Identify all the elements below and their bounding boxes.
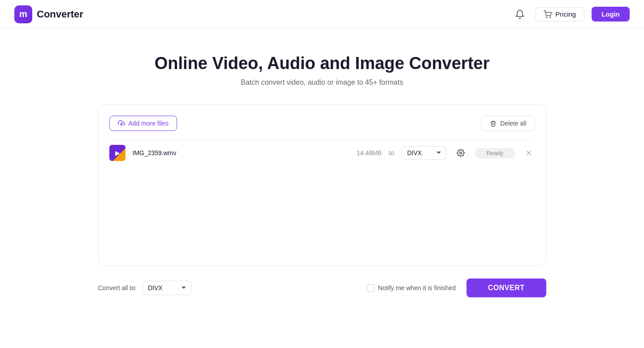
file-name: IMG_2359.wmv: [133, 149, 343, 157]
pricing-button[interactable]: Pricing: [535, 7, 584, 22]
bottom-bar: Convert all to: DIVX MP4 AVI MOV MKV WMV…: [98, 270, 546, 306]
hero-subtitle: Batch convert video, audio or image to 4…: [241, 78, 403, 87]
file-panel-toolbar: Add more files Delete all: [109, 116, 535, 131]
convert-button[interactable]: CONVERT: [467, 278, 546, 297]
notify-area: Notify me when it is finished: [367, 284, 456, 292]
convert-all-label: Convert all to:: [98, 284, 137, 291]
svg-point-3: [459, 152, 462, 154]
login-button[interactable]: Login: [592, 7, 630, 22]
right-bar-actions: Notify me when it is finished CONVERT: [367, 278, 546, 297]
format-select[interactable]: DIVX MP4 AVI MOV MKV WMV FLV WebM MP3 AA…: [402, 146, 446, 160]
play-icon: ▶: [115, 149, 120, 157]
upload-icon: [118, 120, 125, 127]
file-thumbnail: ▶: [109, 145, 125, 161]
convert-all-select[interactable]: DIVX MP4 AVI MOV MKV WMV FLV WebM MP3: [142, 281, 191, 295]
pricing-label: Pricing: [555, 10, 576, 18]
settings-button[interactable]: [454, 146, 468, 160]
main-content: Online Video, Audio and Image Converter …: [0, 29, 644, 306]
close-icon: [525, 149, 532, 157]
thumb-inner: ▶: [109, 145, 125, 161]
trash-icon: [490, 120, 497, 127]
notify-label[interactable]: Notify me when it is finished: [378, 284, 456, 291]
logo-area: m Converter: [14, 5, 83, 23]
file-row: ▶ IMG_2359.wmv 14.48MB to DIVX MP4 AVI M…: [109, 140, 535, 165]
remove-file-button[interactable]: [523, 147, 535, 159]
app-name: Converter: [37, 9, 83, 20]
logo-icon: m: [14, 5, 32, 23]
svg-point-1: [550, 17, 551, 18]
to-label: to: [389, 149, 394, 157]
file-size: 14.48MB: [350, 149, 382, 157]
header: m Converter Pricing Login: [0, 0, 644, 29]
svg-point-0: [546, 17, 547, 18]
gear-icon: [457, 149, 465, 157]
bell-icon: [515, 9, 525, 19]
delete-all-button[interactable]: Delete all: [481, 116, 535, 131]
cart-icon: [544, 10, 552, 18]
add-files-button[interactable]: Add more files: [109, 116, 177, 131]
bell-button[interactable]: [512, 6, 528, 22]
notify-checkbox[interactable]: [367, 284, 374, 292]
file-panel: Add more files Delete all ▶ IMG_2359.wmv…: [98, 104, 546, 266]
convert-all-area: Convert all to: DIVX MP4 AVI MOV MKV WMV…: [98, 281, 191, 295]
status-badge: Ready: [475, 148, 515, 158]
header-actions: Pricing Login: [512, 6, 630, 22]
hero-title: Online Video, Audio and Image Converter: [155, 54, 489, 73]
